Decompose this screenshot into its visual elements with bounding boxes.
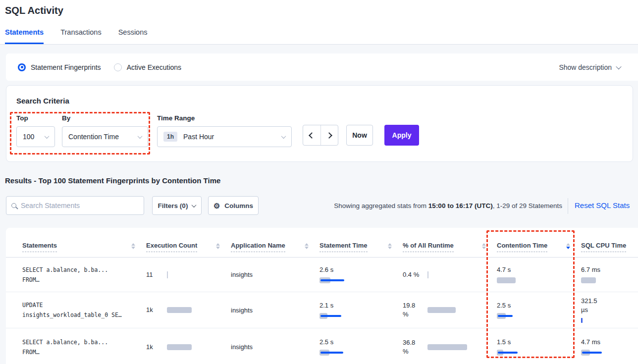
metric-value: 1k (146, 343, 161, 352)
chevron-down-icon (616, 63, 621, 69)
radio-option-statement-fingerprints[interactable]: Statement Fingerprints (18, 63, 101, 71)
statement-fingerprint-link[interactable]: UPDATEinsights_workload_table_0 SE… (22, 300, 122, 320)
cell-cpu: 6.7 ms (581, 258, 638, 292)
results-toolbar: Filters (0) ⚙ Columns Showing aggregated… (0, 196, 638, 216)
time-range-select[interactable]: 1h Past Hour (157, 126, 292, 147)
cell-statement: UPDATEinsights_workload_table_0 SE… (22, 292, 146, 328)
metric: 0.4 % (403, 270, 428, 279)
cell-cpu: 4.7 ms (581, 328, 638, 364)
metric-value: 19.8 % (403, 301, 422, 319)
cell-stmt_time: 2.1 s (319, 292, 403, 328)
results-heading: Results - Top 100 Statement Fingerprints… (5, 176, 220, 185)
metric-bar (167, 271, 168, 278)
next-time-window-button[interactable] (321, 125, 338, 145)
metric-bar (167, 307, 192, 313)
top-select[interactable]: 100 (16, 126, 55, 147)
column-header-app[interactable]: Application Name (231, 233, 319, 252)
metric-value: 2.5 s (319, 338, 333, 347)
cell-contention: 4.7 s (497, 258, 581, 292)
tab-transactions[interactable]: Transactions (60, 28, 101, 44)
search-statements-input[interactable] (21, 202, 139, 209)
metric-bar (497, 312, 511, 319)
metric: 11 (146, 270, 168, 279)
statement-fingerprint-link[interactable]: SELECT a.balance, b.ba...FROM… (22, 337, 108, 357)
filters-button[interactable]: Filters (0) (152, 196, 202, 215)
time-window-nav (303, 125, 338, 146)
column-header-cpu[interactable]: SQL CPU Time (581, 233, 638, 252)
columns-button[interactable]: ⚙ Columns (208, 196, 259, 215)
columns-label: Columns (224, 202, 253, 209)
column-header-exec[interactable]: Execution Count (146, 233, 231, 252)
column-header-label: Execution Count (146, 242, 197, 252)
metric-bar (581, 277, 600, 284)
filters-label: Filters (0) (158, 202, 188, 209)
cell-app: insights (231, 328, 319, 364)
metric-value: 4.7 s (497, 265, 516, 274)
time-range-field: Time Range 1h Past Hour (157, 114, 292, 147)
radio-unselected-icon (114, 63, 122, 71)
tab-sessions[interactable]: Sessions (118, 28, 148, 44)
radio-label: Statement Fingerprints (31, 63, 101, 71)
cell-exec: 1k (146, 292, 231, 328)
metric-value: 11 (146, 270, 161, 279)
metric-value: 1.5 s (497, 338, 511, 347)
reset-sql-stats-link[interactable]: Reset SQL Stats (575, 201, 630, 209)
by-select-value: Contention Time (68, 133, 119, 141)
column-header-contention[interactable]: Contention Time (497, 233, 581, 252)
top-field: Top 100 (16, 114, 55, 147)
metric-bar (167, 344, 192, 351)
sort-icon (305, 242, 309, 249)
apply-button[interactable]: Apply (384, 125, 419, 146)
metric-bar (427, 344, 467, 351)
time-range-badge: 1h (163, 132, 177, 142)
now-button[interactable]: Now (346, 125, 373, 146)
application-name-value: insights (231, 343, 253, 351)
radio-option-active-executions[interactable]: Active Executions (114, 63, 182, 71)
tab-statements[interactable]: Statements (5, 28, 44, 44)
cell-exec: 1k (146, 328, 231, 364)
application-name-value: insights (231, 307, 253, 314)
statement-fingerprint-link[interactable]: SELECT a.balance, b.ba...FROM… (22, 265, 108, 285)
cell-contention: 2.5 s (497, 292, 581, 328)
search-criteria-title: Search Criteria (16, 97, 69, 105)
column-header-statement[interactable]: Statements (22, 233, 146, 252)
application-name-value: insights (231, 271, 253, 278)
tab-bar: StatementsTransactionsSessions (5, 28, 147, 44)
metric-bar (497, 349, 511, 356)
metric-value: 1k (146, 306, 161, 314)
metric: 19.8 % (403, 301, 456, 319)
cell-pct: 19.8 % (403, 292, 497, 328)
toolbar-divider (568, 198, 568, 214)
metric-value: 2.6 s (319, 265, 333, 274)
by-field: By Contention Time (62, 114, 148, 147)
cell-stmt_time: 2.6 s (319, 258, 403, 292)
metric-bar (427, 271, 428, 278)
metric: 2.6 s (319, 265, 333, 284)
top-select-value: 100 (23, 133, 34, 141)
metric: 6.7 ms (581, 265, 600, 284)
metric: 4.7 s (497, 265, 516, 284)
metric: 321.5 µs (581, 297, 605, 324)
by-select[interactable]: Contention Time (62, 126, 148, 147)
column-header-stmt_time[interactable]: Statement Time (319, 233, 403, 252)
sort-icon (482, 242, 486, 249)
cell-exec: 11 (146, 258, 231, 292)
metric: 36.8 % (403, 338, 467, 356)
metric: 4.7 ms (581, 338, 600, 356)
table-row: SELECT a.balance, b.ba...FROM…1kinsights… (6, 328, 638, 364)
column-header-label: Application Name (231, 242, 285, 252)
previous-time-window-button[interactable] (303, 125, 321, 145)
cell-pct: 0.4 % (403, 258, 497, 292)
aggregated-stats-text: Showing aggregated stats from 15:00 to 1… (277, 202, 562, 209)
cell-stmt_time: 2.5 s (319, 328, 403, 364)
metric: 1.5 s (497, 338, 511, 356)
metric-value: 6.7 ms (581, 265, 600, 274)
metric-bar (319, 277, 333, 284)
metric-value: 2.1 s (319, 301, 333, 310)
table-row: UPDATEinsights_workload_table_0 SE…1kins… (6, 292, 638, 328)
show-description-toggle[interactable]: Show description (559, 63, 621, 71)
chevron-down-icon (45, 134, 50, 139)
time-range-label: Time Range (157, 114, 292, 122)
cell-app: insights (231, 292, 319, 328)
column-header-pct[interactable]: % of All Runtime (403, 233, 497, 252)
